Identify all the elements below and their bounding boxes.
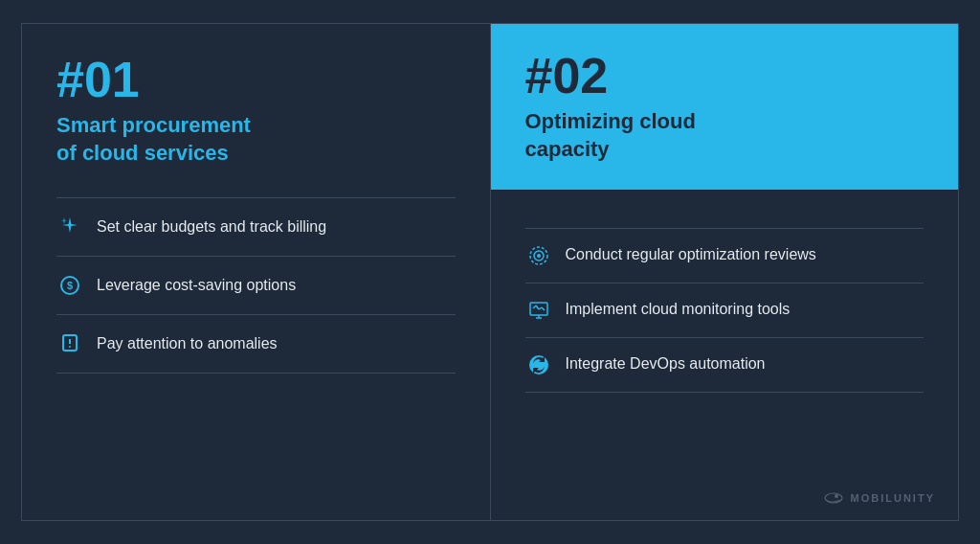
list-item: $ Leverage cost-saving options <box>56 257 456 315</box>
left-items-list: Set clear budgets and track billing $ Le… <box>56 197 456 374</box>
coin-icon: $ <box>56 274 83 297</box>
svg-line-14 <box>542 307 545 310</box>
devops-icon <box>525 353 552 376</box>
card-left: #01 Smart procurement of cloud services … <box>21 23 490 521</box>
list-item: Pay attention to anomalies <box>56 315 456 374</box>
svg-line-13 <box>539 307 542 309</box>
svg-point-7 <box>537 254 541 258</box>
svg-line-12 <box>536 306 539 309</box>
left-number: #01 <box>56 55 456 104</box>
alert-icon <box>56 332 83 355</box>
right-number: #02 <box>525 51 924 101</box>
left-subtitle: Smart procurement of cloud services <box>56 112 456 167</box>
svg-point-17 <box>835 494 838 498</box>
list-item: Conduct regular optimization reviews <box>525 228 924 283</box>
card-right: #02 Optimizing cloud capacity Conduct re… <box>490 23 960 521</box>
logo-icon <box>824 491 843 505</box>
logo-text: MOBILUNITY <box>851 492 935 504</box>
right-subtitle: Optimizing cloud capacity <box>525 108 924 163</box>
list-item: Set clear budgets and track billing <box>56 197 456 257</box>
svg-text:$: $ <box>67 280 73 291</box>
list-item: Integrate DevOps automation <box>525 338 924 393</box>
right-items-list: Conduct regular optimization reviews Im <box>525 228 924 393</box>
logo-area: MOBILUNITY <box>824 491 935 505</box>
right-item-3-text: Integrate DevOps automation <box>566 353 766 374</box>
left-item-3-text: Pay attention to anomalies <box>97 333 278 354</box>
right-header-block: #02 Optimizing cloud capacity <box>491 24 959 190</box>
optimization-icon <box>525 244 552 267</box>
sparkle-icon <box>56 215 83 238</box>
list-item: Implement cloud monitoring tools <box>525 283 924 338</box>
svg-point-4 <box>69 346 71 348</box>
right-item-2-text: Implement cloud monitoring tools <box>566 299 791 320</box>
left-item-2-text: Leverage cost-saving options <box>97 275 296 296</box>
left-item-1-text: Set clear budgets and track billing <box>97 216 326 238</box>
main-container: #01 Smart procurement of cloud services … <box>21 23 959 521</box>
right-item-1-text: Conduct regular optimization reviews <box>566 244 816 265</box>
monitor-icon <box>525 299 552 322</box>
